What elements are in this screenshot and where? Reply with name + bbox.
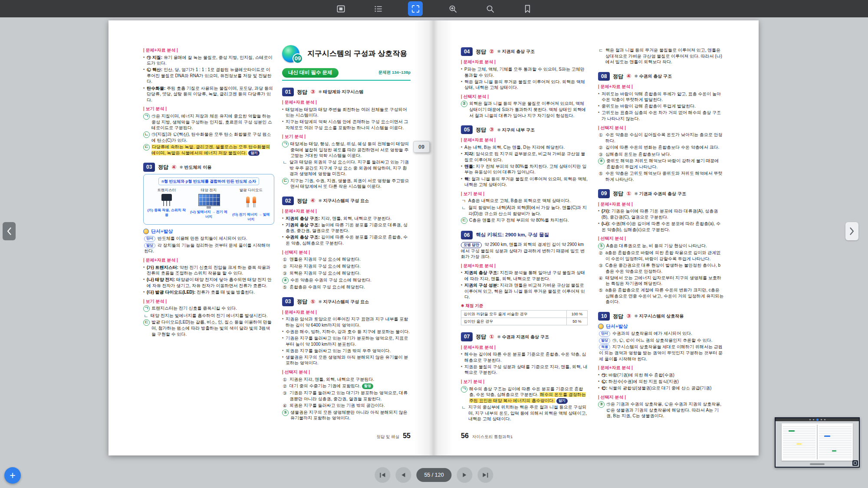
section-label: | 보기 분석 | xyxy=(143,298,274,305)
right-page-column-1: 04정답②지권의 층상 구조| 문제+자료 분석 |P파는 고체, 액체, 기체… xyxy=(461,47,588,422)
thumbnail-accent xyxy=(832,450,836,452)
question-number: 03 xyxy=(143,163,155,171)
section-label: | 보기 분석 | xyxy=(461,191,588,197)
list-view-button[interactable] xyxy=(371,1,385,16)
question-topic: 지구시스템의 상호작용 xyxy=(634,313,684,319)
question-number: 06 xyxy=(461,231,473,239)
section-label: | 문제+자료 분석 | xyxy=(143,257,274,263)
prev-spread-arrow[interactable] xyxy=(3,222,16,240)
transistor-illustration xyxy=(161,194,172,207)
exam-section-pill: 내신 대비 필수 문제 xyxy=(282,68,339,78)
right-page-number: 56 xyxy=(461,432,469,440)
choice-text: a층은 혼합층으로 바람에 의한 혼합 작용으로 깊이와 관계없이 수온이 일정… xyxy=(605,250,724,262)
answer-choice: ④ xyxy=(626,72,631,80)
question-topic: 수권과 지권의 층상 구조 xyxy=(497,334,549,340)
zoom-in-button[interactable] xyxy=(445,1,460,16)
choice-line: ㄴ태양 전지는 빛에너지를 흡수하여 전기 에너지를 발생시킨다. xyxy=(143,313,274,319)
choice-text: 지구의 중심부에 위치하는 핵은 주로 철과 니켈 등으로 구성되며, 지구 내… xyxy=(468,404,588,422)
thumbnail-expand-handle[interactable] xyxy=(852,460,858,466)
analysis-line: (나): 수권(해수)은 깊이에 따른 수온 분포에 따라 혼합층(a), 수온… xyxy=(598,221,724,233)
clue-step-badge: 발상 xyxy=(144,243,155,249)
left-page-column-1: | 문제+자료 분석 |㉠ 지질: 유기 용매에 잘 녹는 물질로, 중성 지방… xyxy=(143,47,274,338)
question-number: 01 xyxy=(282,88,294,96)
choice-mark: ㄴ xyxy=(461,404,467,422)
add-button[interactable]: + xyxy=(4,467,21,484)
choice-text: 지권은 지각, 맨틀, 외핵, 내핵으로 구분된다. xyxy=(289,377,411,383)
choice-text: C층은 맨틀로 지구 전체 부피의 약 80%를 차지한다. xyxy=(469,217,588,224)
answer-choice: ④ xyxy=(310,197,315,205)
choice-mark: ③ xyxy=(598,262,604,274)
section-label: | 보기 분석 | xyxy=(461,379,588,385)
question-header: 10정답③지구시스템의 상호작용 xyxy=(598,312,724,321)
choice-line: ②대기 중의 수증기는 기권에 포함된다.함정 xyxy=(282,383,411,389)
choice-line: ③심해층의 온도는 혼합층보다 낮다. xyxy=(598,151,724,157)
analysis-line: A는 내핵, B는 외핵, C는 맨틀, D는 지각에 해당한다. xyxy=(461,144,588,151)
grading-title: ✱ 채점 기준 xyxy=(461,303,588,309)
question-number: 09 xyxy=(598,189,610,198)
page-thumbnail-preview[interactable] xyxy=(775,417,860,468)
choice-text: 중위도 해역은 저위도 해역보다 바람이 강하게 불기 때문에 혼합층이 두껍게… xyxy=(606,158,724,170)
analysis-line: 지권은 암석과 토양으로 이루어진 지구 표면과 지구 내부를 포함하는 깊이 … xyxy=(282,316,411,328)
last-page-button[interactable] xyxy=(478,467,493,483)
next-page-button[interactable] xyxy=(457,467,473,483)
line-head: ㉠: xyxy=(602,373,608,377)
choice-line: ②깊이에 따른 수온의 변화는 혼합층보다 수온 약층에서 크다. xyxy=(598,144,724,151)
next-spread-arrow[interactable] xyxy=(845,222,858,240)
question-header: 07정답①수권과 지권의 층상 구조 xyxy=(461,332,588,341)
line-head: ㉡ 핵산: xyxy=(147,67,164,72)
analysis-line: 태양계는 태양과 태양 주변을 회전하는 여러 천체들로 구성되어 있는 시스템… xyxy=(282,107,411,118)
correct-answer-mark: ㄷ xyxy=(282,178,289,184)
choice-mark: ⑤ xyxy=(598,287,604,305)
thumbnail-spread xyxy=(782,423,853,461)
chapter-side-tab[interactable]: 09 xyxy=(413,141,430,153)
question-number: 03 xyxy=(282,297,294,306)
choice-line: ④외권은 지구를 둘러싸고 있는 기권 밖의 공간이다. xyxy=(282,403,411,409)
choice-mark: ① xyxy=(598,132,604,144)
question-number: 10 xyxy=(598,312,610,321)
choice-text: 대기 중의 수증기는 기권에 포함된다.함정 xyxy=(289,383,411,389)
choice-line: ⑤수온 약층은 고위도 해역보다 중위도와 저위도 해역에서 뚜렷하게 나타난다… xyxy=(598,170,724,182)
choice-line: ㄴ철의 함량비는 내핵(A)과 외핵(B)에서 가장 높다. 맨틀(C)과 지각… xyxy=(461,205,588,216)
choice-mark: ① xyxy=(282,256,288,262)
choice-line: ④태양에서 오는 고에너지 입자로부터 지구의 생명체를 보호하는 특징은 자기… xyxy=(598,275,724,287)
choice-line: ①지권은 지각, 맨틀, 외핵, 내핵으로 구분된다. xyxy=(282,377,411,383)
previous-page-button[interactable] xyxy=(395,467,411,483)
bar-glyph xyxy=(487,473,488,478)
choice-text: A층은 내핵으로 고체, B층은 외핵으로 액체 상태이다. xyxy=(468,198,588,204)
analysis-line: 지권은 물질의 구성 성분과 상태를 기준으로 지각, 맨틀, 외핵, 내핵으로… xyxy=(461,364,588,376)
section-label: | 보기 분석 | xyxy=(143,106,274,112)
line-head: 지각: xyxy=(464,151,476,156)
analysis-line: 기권의 층상 구조: 높이에 따른 기온 분포를 기준으로 대류권, 성층권, … xyxy=(282,222,411,234)
question-header: 05정답③지구의 내부 구조 xyxy=(461,125,588,134)
section-label: | 선택지 분석 | xyxy=(461,94,588,100)
search-button[interactable] xyxy=(483,1,497,16)
choice-mark: ① xyxy=(282,377,288,383)
page-view-button[interactable] xyxy=(333,1,348,16)
answer-choice: ④ xyxy=(171,164,176,171)
choice-line: ②a층은 혼합층으로 바람에 의한 혼합 작용으로 깊이와 관계없이 수온이 일… xyxy=(598,250,724,262)
book-spine xyxy=(414,20,453,455)
first-page-button[interactable] xyxy=(375,467,390,483)
choice-line: ㄱ트랜지스터는 전기 신호를 증폭시킬 수 있다. xyxy=(143,305,274,312)
grading-row: 깊이만 옳은 경우50 % xyxy=(461,318,587,325)
fullscreen-button[interactable] xyxy=(408,1,423,16)
diagram-item-caption: (나) 빛에너지 → 전기 에너지 xyxy=(188,210,229,219)
fullscreen-icon xyxy=(411,4,421,14)
question-topic: 지권의 층상 구조 xyxy=(497,49,535,55)
choice-line: ②지각은 지권의 구성 요소에 해당한다. xyxy=(282,263,411,269)
book-spread: | 문제+자료 분석 |㉠ 지질: 유기 용매에 잘 녹는 물질로, 중성 지방… xyxy=(108,20,759,455)
left-page-column-2: 09지구시스템의 구성과 상호작용내신 대비 필수 문제문제편 134~138p… xyxy=(282,44,411,422)
annotation-badge: 함정 xyxy=(362,383,373,389)
toolbar-icon-group xyxy=(333,1,535,16)
section-label: | 문제+자료 분석 | xyxy=(282,309,411,315)
correct-answer-mark: ㄷ xyxy=(143,319,150,326)
analysis-line: 중위도는 바람이 강해 혼합층이 두껍게 발달한다. xyxy=(598,103,724,109)
correct-answer-mark: ④ xyxy=(598,158,605,164)
question-topic: 태양계와 지구시스템 xyxy=(318,89,363,95)
choice-mark: ② xyxy=(282,263,288,269)
line-head: ㉡: xyxy=(602,379,608,384)
bookmark-button[interactable] xyxy=(520,1,535,16)
analysis-line: ㉢: 식물의 광합성(생물권)으로 대기 중에 산소 공급(기권) xyxy=(598,385,724,391)
highlighted-text: 해수의 온도를 결정하는 주된 요인은 태양 복사 에너지의 흡수량이다. xyxy=(469,392,586,403)
zoom-in-icon xyxy=(448,4,458,14)
